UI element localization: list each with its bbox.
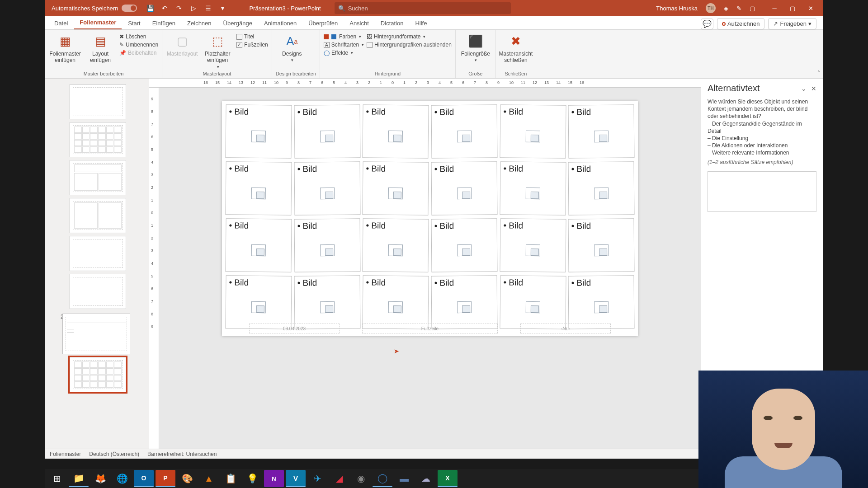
effects-button[interactable]: ◯ Effekte▾ (324, 50, 364, 56)
layout-thumbnail[interactable] (70, 160, 126, 195)
tab-folienmaster[interactable]: Folienmaster (74, 16, 122, 29)
image-placeholder[interactable]: Bild (294, 275, 360, 329)
image-placeholder[interactable]: Bild (363, 275, 429, 329)
image-placeholder[interactable]: Bild (225, 161, 292, 216)
thumbnail-pane[interactable]: 2 ————————— (45, 79, 149, 449)
image-placeholder[interactable]: Bild (431, 218, 498, 272)
comments-button[interactable]: 💬 (701, 19, 713, 29)
app-icon[interactable]: ◯ (373, 470, 392, 487)
image-placeholder[interactable]: Bild (500, 218, 566, 272)
app-icon[interactable]: ◢ (329, 470, 349, 487)
background-formats-button[interactable]: 🖼 Hintergrundformate▾ (367, 33, 452, 40)
insert-slide-master-button[interactable]: ▦Folienmaster einfügen (49, 32, 81, 64)
colors-button[interactable]: Farben▾ (324, 33, 364, 40)
undo-icon[interactable]: ↶ (160, 4, 169, 12)
footer-placeholder[interactable]: Fußzeile (362, 324, 498, 333)
pen-icon[interactable]: ✎ (736, 5, 741, 12)
app-icon[interactable]: 📋 (221, 470, 241, 487)
rename-button[interactable]: ✎ Umbenennen (119, 42, 158, 48)
image-placeholder[interactable]: Bild (363, 218, 429, 272)
layout-thumbnail-selected[interactable] (70, 357, 126, 392)
layout-thumbnail[interactable] (70, 236, 126, 271)
chevron-down-icon[interactable]: ⌄ (801, 85, 807, 92)
image-placeholder[interactable]: Bild (500, 275, 566, 329)
status-accessibility[interactable]: Barrierefreiheit: Untersuchen (147, 451, 217, 457)
tab-datei[interactable]: Datei (49, 17, 73, 29)
qat-more-icon[interactable]: ▾ (218, 4, 226, 12)
app-icon[interactable]: 🎨 (177, 470, 197, 487)
vlc-icon[interactable]: ▲ (199, 470, 219, 487)
image-placeholder[interactable]: Bild (294, 104, 360, 158)
image-placeholder[interactable]: Bild (294, 218, 360, 272)
layout-thumbnail[interactable] (70, 198, 126, 233)
from-beginning-icon[interactable]: ▷ (189, 4, 198, 12)
slide-canvas[interactable]: BildBildBildBildBildBild BildBildBildBil… (222, 101, 638, 336)
tab-zeichnen[interactable]: Zeichnen (182, 17, 217, 29)
save-icon[interactable]: 💾 (146, 4, 154, 12)
image-placeholder[interactable]: Bild (431, 161, 498, 215)
layout-thumbnail[interactable] (70, 274, 126, 309)
search-input[interactable]: 🔍 Suchen (335, 2, 511, 14)
tab-ansicht[interactable]: Ansicht (344, 17, 374, 29)
user-avatar[interactable]: TH (706, 3, 716, 13)
user-name[interactable]: Thomas Hruska (656, 5, 698, 12)
share-button[interactable]: ↗ Freigeben ▾ (768, 18, 816, 29)
chrome-icon[interactable]: 🌐 (112, 470, 132, 487)
number-placeholder[interactable]: ‹Nr.› (520, 324, 611, 333)
excel-icon[interactable]: X (438, 470, 458, 487)
image-placeholder[interactable]: Bild (568, 161, 635, 215)
tab-ueberpruefen[interactable]: Überprüfen (303, 17, 343, 29)
image-placeholder[interactable]: Bild (431, 275, 498, 329)
status-language[interactable]: Deutsch (Österreich) (89, 451, 139, 457)
fonts-button[interactable]: A Schriftarten▾ (324, 42, 364, 48)
app-icon[interactable]: 💡 (242, 470, 262, 487)
status-view[interactable]: Folienmaster (50, 451, 81, 457)
footer-checkbox[interactable]: Fußzeilen (236, 42, 268, 48)
image-placeholder[interactable]: Bild (500, 161, 566, 216)
image-placeholder[interactable]: Bild (363, 104, 429, 159)
toggle-switch[interactable] (122, 5, 137, 12)
image-placeholder[interactable]: Bild (294, 161, 360, 215)
obs-icon[interactable]: ◉ (351, 470, 371, 487)
explorer-icon[interactable]: 📁 (69, 470, 89, 487)
app-icon[interactable]: ☁ (416, 470, 436, 487)
tab-hilfe[interactable]: Hilfe (410, 17, 432, 29)
preserve-button[interactable]: 📌 Beibehalten (119, 50, 158, 56)
delete-button[interactable]: ✖ Löschen (119, 33, 158, 40)
layout-thumbnail[interactable] (70, 122, 126, 157)
insert-placeholder-button[interactable]: ⬚Platzhalter einfügen▾ (201, 32, 234, 70)
start-button[interactable]: ⊞ (47, 470, 67, 487)
image-placeholder[interactable]: Bild (500, 104, 566, 159)
image-placeholder[interactable]: Bild (225, 218, 292, 272)
master-thumbnail[interactable]: ————————— (62, 314, 130, 354)
image-placeholder[interactable]: Bild (363, 161, 429, 216)
tab-uebergaenge[interactable]: Übergänge (218, 17, 258, 29)
window-icon[interactable]: ▢ (750, 5, 755, 12)
outlook-icon[interactable]: O (134, 470, 154, 487)
image-placeholder[interactable]: Bild (568, 104, 635, 158)
image-placeholder[interactable]: Bild (225, 104, 292, 159)
slide-viewport[interactable]: BildBildBildBildBildBild BildBildBildBil… (159, 88, 701, 449)
tab-start[interactable]: Start (123, 17, 146, 29)
redo-icon[interactable]: ↷ (175, 4, 183, 12)
image-placeholder[interactable]: Bild (568, 218, 635, 272)
record-button[interactable]: Aufzeichnen (717, 18, 765, 29)
insert-layout-button[interactable]: ▤Layout einfügen (84, 32, 117, 64)
image-placeholder[interactable]: Bild (225, 275, 292, 329)
tab-animationen[interactable]: Animationen (259, 17, 302, 29)
image-placeholder[interactable]: Bild (431, 104, 498, 158)
telegram-icon[interactable]: ✈ (307, 470, 327, 487)
app-icon[interactable]: ▬ (394, 470, 414, 487)
minimize-button[interactable]: ─ (766, 1, 783, 15)
image-placeholder[interactable]: Bild (568, 275, 635, 329)
onenote-icon[interactable]: N (264, 470, 284, 487)
powerpoint-icon[interactable]: P (156, 470, 175, 487)
close-master-button[interactable]: ✖Masteransicht schließen (500, 32, 532, 64)
maximize-button[interactable]: ▢ (784, 1, 801, 15)
layout-thumbnail[interactable] (70, 84, 126, 119)
pane-close-icon[interactable]: ✕ (811, 85, 816, 92)
slide-size-button[interactable]: ⬛Foliengröße▾ (459, 32, 492, 63)
autosave-toggle[interactable]: Automatisches Speichern (47, 5, 142, 12)
tab-dictation[interactable]: Dictation (375, 17, 409, 29)
title-checkbox[interactable]: Titel (236, 33, 268, 40)
